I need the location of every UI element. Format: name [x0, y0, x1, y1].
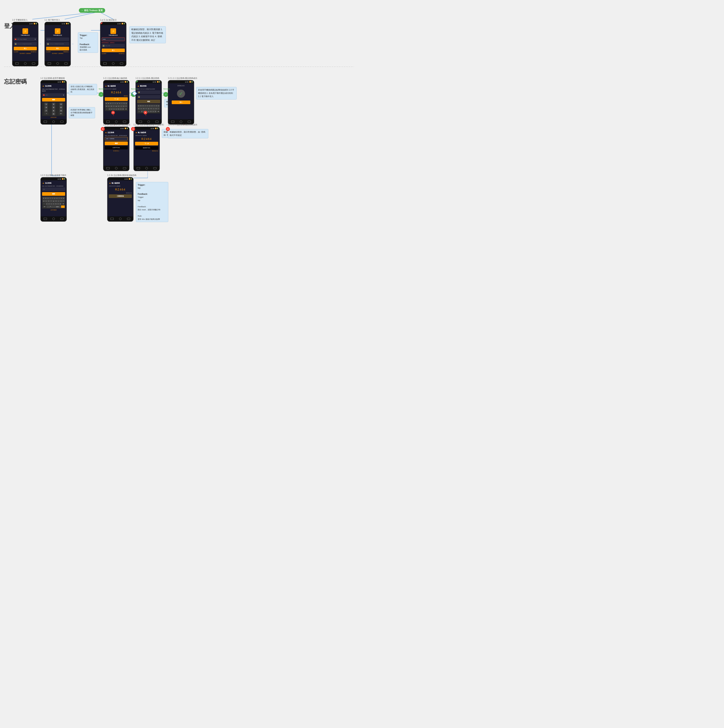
status-bar-1-2a-error: 12:30 📶🔋: [134, 127, 159, 130]
next-btn-1-2a-error[interactable]: 下一步: [135, 142, 158, 145]
phone-title-1-2-1-1-1-error: 1.2.1.1.1 忘記密碼-重設密碼成功: [168, 123, 197, 126]
status-bar-1-2-2: 12:30 📶🔋: [41, 177, 66, 180]
trigger-annotation-1a: Trigger: Tap Feedback: 登錄開眼 icon顯示密碼: [78, 32, 98, 53]
nav-recent-1a[interactable]: [120, 63, 123, 64]
footer-links-1-0: 忘記密碼? 電子郵件登入: [14, 51, 37, 52]
success-label-flow-3: Success: [164, 88, 170, 90]
phone-1a: ✕ 12:30 📶🔋 ⚡ TRUBUZZ cindy 帳號或密碼錯誤，請重新輸入…: [100, 22, 126, 66]
nav-recent-1-0[interactable]: [32, 63, 35, 64]
resend-annotation: Trigger:tap Feedback: Trigger: tap Feedb…: [136, 182, 168, 222]
resend-1-2a-error[interactable]: 重新發送方法: [135, 150, 158, 151]
phone-1-2-1-1-1: 12:30 📶🔋 密碼重設成功 ✓ 登入: [168, 80, 194, 125]
status-bar-1-0: 12:30 📶🔋: [12, 22, 38, 25]
nav-recent-1-1[interactable]: [64, 63, 67, 64]
nav-home-1a[interactable]: [112, 62, 115, 65]
phone-1-2b: 12:30 📶🔋 ◄ 輸入驗證碼 +86XXXXXXXX 的驗證碼 RZ464 …: [107, 177, 133, 222]
phone-header-1-2-1-1: ◄ 重設密碼: [137, 85, 160, 87]
phone-title-1-2-1: 1.2.1 忘記密碼-輸入驗證碼: [103, 77, 127, 80]
error-annotation: 根據錯誤類型，顯示對應回饋 1. 電話號碼格式錯誤 2. 電子郵件格式錯誤 3.…: [129, 26, 166, 43]
alt-link-1-2[interactable]: 使用電子郵件: [42, 117, 65, 118]
phone-input-1-1-password[interactable]: 🔒 6-16 位大小寫英數字組合的密碼: [46, 42, 69, 46]
phone-input-1a-user[interactable]: cindy: [102, 37, 125, 41]
login-btn-1-1[interactable]: 登入: [46, 47, 69, 50]
phone-title-1-0: 1.0 手機號碼登入: [12, 18, 28, 21]
svg-line-0: [32, 12, 99, 19]
status-bar-1-2-1-1: 12:30 📶🔋: [136, 81, 161, 83]
success-label-flow-1: Success: [99, 88, 105, 90]
continue-btn-1-2-2[interactable]: 繼續: [42, 192, 65, 196]
phone-input-1-2-2-email[interactable]: 信箱: [42, 187, 65, 191]
code-hint-1-2b: +86XXXXXXXX 的驗證碼: [109, 185, 132, 187]
nav-home-1-1[interactable]: [57, 62, 59, 65]
continue-btn-1-2a[interactable]: 繼續: [105, 142, 128, 145]
arrow-1-2-to-1-2-1: →: [99, 93, 102, 96]
confirm-btn-1-2-1-1[interactable]: 確認: [137, 100, 160, 103]
back-btn-1-2-2[interactable]: ◄: [42, 182, 44, 184]
back-btn-1-2-1-1[interactable]: ◄: [137, 85, 139, 87]
phone-input-1-0-password[interactable]: 🔒 6-16 位大小寫英數字組合的密碼: [14, 42, 37, 46]
alt-link-1-2-2[interactable]: 使用手機號碼: [42, 209, 65, 211]
trubuzz-logo-1-1: ⚡ TRUBUZZ: [46, 28, 69, 36]
login-btn-1a[interactable]: 登入: [102, 49, 125, 52]
toast-1-2a: 此用戶不存在: [105, 146, 128, 150]
arrow-1-2-1-1-to-1-2-1-1-1: →: [164, 93, 167, 96]
nav-bar-1-0: [12, 61, 38, 66]
nav-back-1-0[interactable]: [15, 63, 18, 64]
keyboard-1-2: 1 2 3 4 5 6 7 8 9 *# 0 ⌫: [42, 102, 65, 116]
back-btn-1-2b[interactable]: ◄: [109, 182, 111, 184]
login-btn-1-2-1-1-1[interactable]: 登入: [172, 101, 190, 104]
phone-title-1a: 1.a /1.1a 錯誤提示: [100, 18, 117, 21]
nav-bar-1-1: [45, 61, 70, 66]
success-label-flow-2: Success: [131, 88, 138, 90]
desc-1-2-2: 請輸入您的手機號碼電子郵件，來幫您重置密碼: [42, 185, 65, 187]
status-bar-1-2-1-1-1: 12:30 📶🔋: [168, 81, 194, 83]
phone-1-0: 12:30 📶🔋 ⚡ TRUBUZZ 🇭🇰 +852 ✕ 輸入手機號碼 ▼ 🔒 …: [12, 22, 38, 66]
nav-bar-1a: [101, 61, 126, 66]
phone-input-1-0-phone[interactable]: 🇭🇰 +852 ✕ 輸入手機號碼 ▼: [14, 37, 37, 41]
resend-1-2-1[interactable]: 重新發送: [105, 95, 128, 96]
status-bar-1-1: 12:30 📶🔋: [45, 22, 70, 25]
resend-btn-1-2b[interactable]: 已重新發送: [109, 194, 132, 198]
start-node: ← 前往 Trubuzz 首頁: [79, 8, 105, 13]
nav-back-1-1[interactable]: [48, 63, 51, 64]
lock-icon-1-0: 🔒: [15, 43, 17, 45]
phone-input-1-2-phone[interactable]: 🇭🇰 +852 ÷ ▼: [42, 93, 65, 97]
phone-header-1-2-2: ◄ 忘記密碼: [42, 182, 65, 184]
phone-input-1a-password[interactable]: 🔒 請輸入密碼: [102, 44, 125, 47]
back-btn-1-2-1[interactable]: ◄: [105, 85, 107, 87]
phone-1-2-1: 12:30 📶🔋 ◄ 輸入驗證碼 +86XXXXXXXX 的驗證碼 RZ464 …: [103, 80, 129, 125]
login-btn-1-0[interactable]: 登入: [14, 47, 37, 50]
nav-home-1-0[interactable]: [24, 62, 26, 65]
register-link-1-1: 還沒有帳號？ 註冊新帳號: [46, 53, 69, 54]
toast-1-2a-error: 驗證碼不存在: [135, 146, 158, 150]
phone-title-1-2-2: 1.2.2 忘記密碼-使用電子郵件: [40, 174, 66, 177]
phone-1-1: 12:30 📶🔋 ⚡ TRUBUZZ 電子郵件 🔒 6-16 位大小寫英數字組合…: [44, 22, 71, 66]
next-btn-1-2-1[interactable]: 下一步: [105, 97, 128, 101]
arrow-1-1-to-1a: →: [71, 43, 74, 45]
code-hint-1-2a-error: +86XXXXXXXX 的驗證碼: [135, 135, 158, 136]
checkmark-1-2-1-1-1: ✓: [177, 90, 185, 98]
lock-icon-1-1: 🔒: [47, 43, 49, 45]
status-bar-1a: 12:30 📶🔋: [101, 22, 126, 25]
nav-bar-1-2a-error: [134, 166, 159, 171]
nav-bar-1-2a: [104, 166, 129, 171]
nav-back-1a[interactable]: [103, 63, 107, 64]
phone-header-1-2: ◄ 忘記密碼: [42, 85, 65, 87]
verify-code-1-2b: RZ464: [109, 188, 132, 191]
svg-line-2: [99, 12, 113, 19]
alt-link-1-2a[interactable]: 電子郵件登入: [105, 150, 128, 151]
phone-header-1-2a-error: ◄ 輸入驗證碼: [135, 132, 158, 134]
back-btn-1-2a[interactable]: ◄: [105, 132, 107, 134]
phone-input-1-2-1-1-pw2[interactable]: 🔒: [137, 95, 160, 99]
phone-input-1-1-email[interactable]: 電子郵件: [46, 37, 69, 41]
phone-input-1-2a[interactable]: +852 - 9108006: [105, 137, 128, 141]
resend-timer-1-2b: 重新發送 59s: [109, 192, 132, 194]
section-label-forgot: 忘記密碼: [4, 78, 27, 86]
continue-btn-1-2[interactable]: 繼續: [42, 98, 65, 101]
nav-bar-1-2b: [107, 216, 133, 221]
status-bar-1-2: 12:30 📶🔋: [41, 81, 66, 83]
trubuzz-icon-1-1: ⚡: [55, 28, 60, 34]
back-btn-1-2[interactable]: ◄: [42, 85, 44, 87]
back-btn-1-2a-error[interactable]: ◄: [135, 132, 137, 134]
phone-input-1-2-1-1-pw1[interactable]: 🔒: [137, 90, 160, 94]
